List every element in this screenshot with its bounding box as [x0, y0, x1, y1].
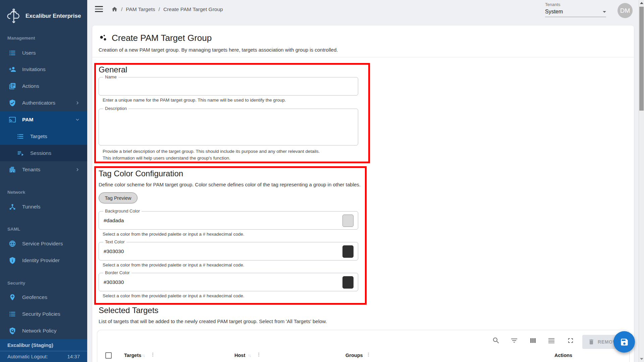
sidebar-item-tenants[interactable]: Tenants — [0, 161, 87, 178]
tenant-select[interactable]: Tenants System — [545, 2, 606, 17]
filter-icon[interactable] — [510, 337, 518, 345]
section-management: Management — [7, 34, 81, 42]
tag-preview-chip[interactable]: Tag Preview — [99, 192, 138, 203]
breadcrumb-separator: / — [121, 6, 122, 12]
select-all-checkbox[interactable] — [105, 352, 112, 359]
targets-table-panel: REMOVE Targets ↑↓ ⋮ Host ↑↓ ⋮ Groups ⋮ A… — [97, 330, 630, 362]
sidebar-item-label: Tunnels — [22, 204, 41, 210]
save-fab[interactable] — [613, 331, 635, 353]
text-color-helper: Select a color from the provided palette… — [103, 262, 245, 267]
sidebar-item-pam[interactable]: PAM — [0, 111, 87, 128]
shield-info-icon — [9, 257, 16, 264]
tenant-select-value: System — [545, 9, 563, 15]
sidebar-item-label: Tenants — [22, 167, 40, 173]
cloud-sword-icon — [5, 8, 22, 24]
page-subtitle: Creation of a new PAM target group. By m… — [99, 47, 338, 53]
column-menu-icon[interactable]: ⋮ — [256, 352, 261, 358]
sidebar-item-pam-sessions[interactable]: Sessions — [0, 145, 87, 161]
name-helper-text: Enter a unique name for the PAM target g… — [103, 98, 286, 103]
background-color-helper: Select a color from the provided palette… — [103, 232, 245, 237]
background-color-value[interactable]: #dadada — [104, 218, 124, 224]
sidebar-footer: Excalibur (Staging) Automatic Logout: 14… — [0, 339, 87, 362]
column-menu-icon[interactable]: ⋮ — [150, 352, 155, 358]
fullscreen-icon[interactable] — [567, 337, 575, 345]
name-field-label: Name — [103, 74, 118, 79]
sidebar-item-authenticators[interactable]: Authenticators — [0, 95, 87, 111]
library-icon — [9, 82, 16, 90]
list-icon — [17, 133, 24, 140]
chevron-down-icon — [74, 117, 80, 123]
column-header-host[interactable]: Host — [234, 353, 245, 358]
scrollbar-thumb[interactable] — [639, 7, 644, 111]
policy-icon — [9, 327, 16, 335]
person-add-icon — [9, 66, 16, 73]
breadcrumb-pam-targets[interactable]: PAM Targets — [126, 6, 155, 12]
columns-icon[interactable] — [529, 337, 537, 345]
section-saml: SAML — [7, 225, 81, 233]
chevron-right-icon — [74, 100, 80, 106]
sidebar-item-tunnels[interactable]: Tunnels — [0, 198, 87, 215]
page-title: Create PAM Target Group — [112, 33, 212, 43]
sort-icon[interactable]: ↑↓ — [248, 353, 251, 358]
section-security: Security — [7, 279, 81, 287]
description-field-label: Description — [103, 106, 128, 111]
search-icon[interactable] — [492, 337, 500, 345]
background-color-field: Background Color #dadada — [99, 211, 358, 230]
auto-logout-label: Automatic Logout: — [7, 354, 48, 359]
playlist-play-icon — [17, 149, 24, 157]
menu-toggle-icon[interactable] — [95, 6, 103, 14]
tag-color-description: Define color scheme for PAM target group… — [99, 182, 361, 187]
name-field: Name — [99, 77, 358, 96]
home-icon[interactable] — [111, 6, 118, 12]
sidebar-item-service-providers[interactable]: Service Providers — [0, 235, 87, 252]
sidebar-item-invitations[interactable]: Invitations — [0, 61, 87, 78]
density-icon[interactable] — [547, 337, 555, 345]
sidebar-item-label: Actions — [22, 83, 39, 89]
background-color-swatch[interactable] — [342, 215, 354, 227]
text-color-field: Text Color #303030 — [99, 242, 358, 260]
selected-targets-heading: Selected Targets — [99, 306, 158, 315]
sidebar-item-pam-targets[interactable]: Targets — [0, 128, 87, 145]
app-root: Excalibur Enterprise Management Users In… — [0, 0, 644, 362]
sidebar-item-actions[interactable]: Actions — [0, 78, 87, 95]
border-color-label: Border Color — [103, 270, 131, 275]
border-color-value[interactable]: #303030 — [104, 279, 124, 285]
border-color-swatch[interactable] — [342, 276, 354, 289]
sidebar-item-geofences[interactable]: Geofences — [0, 289, 87, 306]
border-color-helper: Select a color from the provided palette… — [103, 293, 245, 298]
list-icon — [9, 49, 16, 57]
sidebar: Excalibur Enterprise Management Users In… — [0, 0, 87, 362]
scroll-up-arrow-icon[interactable] — [640, 2, 643, 4]
sidebar-item-label: Security Policies — [22, 311, 60, 317]
name-input[interactable] — [102, 80, 355, 93]
auto-logout-timer: 14:37 — [67, 354, 80, 359]
column-header-groups[interactable]: Groups — [345, 353, 363, 358]
sidebar-item-network-policy[interactable]: Network Policy — [0, 322, 87, 339]
text-color-value[interactable]: #303030 — [104, 248, 124, 254]
sidebar-item-label: Sessions — [30, 150, 51, 156]
description-input[interactable] — [102, 112, 355, 142]
sidebar-item-label: Identity Provider — [22, 257, 60, 263]
sidebar-item-identity-provider[interactable]: Identity Provider — [0, 252, 87, 269]
sidebar-item-security-policies[interactable]: Security Policies — [0, 306, 87, 322]
sidebar-item-label: Targets — [30, 133, 47, 139]
sidebar-item-label: Invitations — [22, 66, 46, 72]
sidebar-item-label: Geofences — [22, 294, 47, 300]
column-menu-icon[interactable]: ⋮ — [366, 352, 371, 358]
chevron-right-icon — [74, 167, 80, 173]
user-avatar[interactable]: DM — [618, 3, 633, 18]
sidebar-item-label: Service Providers — [22, 241, 63, 247]
scroll-down-arrow-icon[interactable] — [640, 358, 643, 360]
breadcrumb-current: Create PAM Target Group — [163, 6, 223, 12]
tag-color-heading: Tag Color Configuration — [99, 169, 183, 178]
text-color-swatch[interactable] — [342, 245, 354, 258]
cast-icon — [9, 116, 16, 123]
list-icon — [9, 310, 16, 318]
border-color-field: Border Color #303030 — [99, 273, 358, 291]
building-icon — [9, 166, 16, 173]
sidebar-item-users[interactable]: Users — [0, 45, 87, 61]
column-header-targets[interactable]: Targets — [124, 353, 141, 358]
page-scrollbar[interactable] — [639, 0, 644, 362]
sort-icon[interactable]: ↑↓ — [142, 353, 145, 358]
content-card: Create PAM Target Group Creation of a ne… — [92, 25, 634, 362]
